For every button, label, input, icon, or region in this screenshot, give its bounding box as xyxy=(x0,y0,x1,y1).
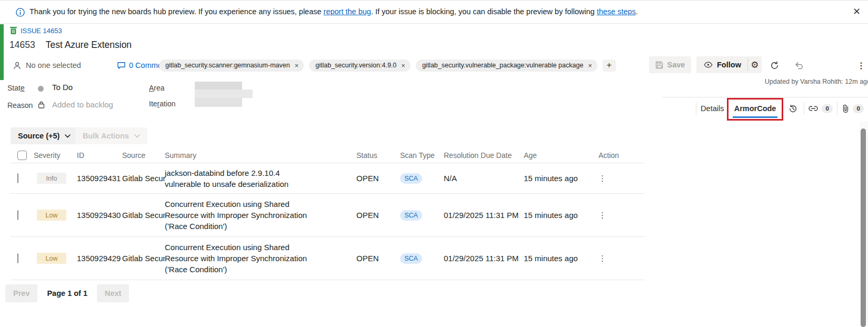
finding-source: Gitlab Security xyxy=(122,254,165,263)
iteration-field-label: Iteration xyxy=(149,100,176,108)
select-all-checkbox[interactable] xyxy=(17,151,27,160)
banner-text-3: . xyxy=(636,7,638,16)
row-checkbox[interactable] xyxy=(17,210,18,220)
more-actions-kebab-icon[interactable]: ⋮ xyxy=(854,58,868,72)
finding-status: OPEN xyxy=(356,174,400,183)
workitem-title-row: 14653 Test Azure Extension xyxy=(9,38,132,52)
col-id: ID xyxy=(77,151,122,160)
lock-icon xyxy=(38,101,45,108)
scan-type-badge: SCA xyxy=(400,210,422,221)
col-source: Source xyxy=(122,151,165,160)
page-indicator: Page 1 of 1 xyxy=(47,289,87,298)
area-value-redacted xyxy=(195,82,242,90)
finding-due-date: 01/29/2025 11:31 PM xyxy=(444,211,524,220)
severity-badge: Info xyxy=(37,173,66,184)
chevron-down-icon xyxy=(65,134,71,138)
tab-details[interactable]: Details xyxy=(696,97,729,120)
gear-icon[interactable]: ⚙ xyxy=(748,56,762,73)
preview-banner: Thank you for trying the new boards hub … xyxy=(0,0,868,24)
tab-armorcode[interactable]: ArmorCode xyxy=(729,97,782,120)
armorcode-workitem-screen: Thank you for trying the new boards hub … xyxy=(0,0,868,327)
table-row[interactable]: Low 1350929430 Gitlab Security Concurren… xyxy=(11,194,644,237)
follow-split-button: Follow ⚙ xyxy=(696,56,762,73)
finding-status: OPEN xyxy=(356,254,400,263)
reason-value: Added to backlog xyxy=(52,100,113,109)
row-checkbox[interactable] xyxy=(17,173,18,183)
scan-type-badge: SCA xyxy=(400,253,422,264)
severity-badge: Low xyxy=(37,210,66,221)
finding-id: 1350929430 xyxy=(77,211,122,220)
save-button[interactable]: Save xyxy=(649,56,691,73)
history-icon[interactable] xyxy=(782,97,804,120)
finding-id: 1350929431 xyxy=(77,174,122,183)
finding-summary: jackson-databind before 2.9.10.4 vulnera… xyxy=(165,167,315,190)
vulnerability-table: Severity ID Source Summary Status Scan T… xyxy=(11,148,644,280)
header-actions: Save Follow ⚙ ⋮ xyxy=(0,56,868,73)
updated-by-text: Updated by Varsha Rohith: 12m ago xyxy=(765,78,868,85)
state-todo-dot xyxy=(38,86,44,92)
state-field-label: State xyxy=(7,84,25,92)
severity-badge: Low xyxy=(37,253,66,264)
report-bug-link[interactable]: report the bug xyxy=(324,7,371,16)
col-due-date: Resolution Due Date xyxy=(444,151,524,160)
row-actions-kebab-icon[interactable]: ⋮ xyxy=(598,211,606,220)
source-filter-dropdown[interactable]: Source (+5) xyxy=(11,127,78,144)
col-severity: Severity xyxy=(33,151,77,160)
workitem-id: 14653 xyxy=(9,39,35,51)
iteration-value-redacted xyxy=(195,98,242,107)
finding-due-date: N/A xyxy=(444,174,524,183)
banner-close-icon[interactable]: ✕ xyxy=(853,6,861,17)
table-row[interactable]: Low 1350929429 Gitlab Security Concurren… xyxy=(11,237,644,280)
active-tab-underline xyxy=(733,116,778,118)
these-steps-link[interactable]: these steps xyxy=(597,7,636,16)
save-icon xyxy=(655,61,663,69)
finding-age: 15 minutes ago xyxy=(524,174,591,183)
workitem-tabbar: Details ArmorCode 0 0 xyxy=(662,97,868,120)
tab-armorcode-label: ArmorCode xyxy=(734,104,776,113)
finding-source: Gitlab Security xyxy=(122,211,165,220)
workitem-title[interactable]: Test Azure Extension xyxy=(46,39,132,51)
save-label: Save xyxy=(667,61,685,69)
link-icon xyxy=(809,105,818,112)
issue-type-icon xyxy=(9,26,17,35)
table-header-row: Severity ID Source Summary Status Scan T… xyxy=(11,148,644,163)
links-tab-button[interactable]: 0 xyxy=(804,97,837,120)
finding-status: OPEN xyxy=(356,211,400,220)
row-checkbox[interactable] xyxy=(17,253,18,263)
area-value-redacted xyxy=(195,90,253,98)
bulk-actions-dropdown[interactable]: Bulk Actions xyxy=(75,127,147,144)
links-count-badge: 0 xyxy=(822,104,833,113)
finding-age: 15 minutes ago xyxy=(524,211,591,220)
banner-message: Thank you for trying the new boards hub … xyxy=(29,7,638,16)
col-status: Status xyxy=(356,151,400,160)
prev-page-button[interactable]: Prev xyxy=(5,284,37,302)
col-action: Action xyxy=(591,151,644,160)
follow-label: Follow xyxy=(717,61,741,69)
scan-type-badge: SCA xyxy=(400,173,422,184)
attachments-tab-button[interactable]: 0 xyxy=(837,97,868,120)
row-actions-kebab-icon[interactable]: ⋮ xyxy=(598,174,606,183)
finding-age: 15 minutes ago xyxy=(524,254,591,263)
state-value[interactable]: To Do xyxy=(52,83,73,92)
info-icon xyxy=(16,8,25,17)
issue-breadcrumb: ISSUE 14653 xyxy=(9,26,62,35)
table-row[interactable]: Info 1350929431 Gitlab Security jackson-… xyxy=(11,163,644,194)
undo-icon[interactable] xyxy=(792,58,806,72)
paperclip-icon xyxy=(842,104,849,113)
col-age: Age xyxy=(524,151,591,160)
finding-summary: Concurrent Execution using Shared Resour… xyxy=(165,199,315,232)
source-filter-label: Source (+5) xyxy=(18,132,59,140)
col-scan-type: Scan Type xyxy=(400,151,444,160)
finding-source: Gitlab Security xyxy=(122,174,165,183)
banner-text-1: Thank you for trying the new boards hub … xyxy=(29,7,324,16)
issue-breadcrumb-link[interactable]: ISSUE 14653 xyxy=(21,27,62,35)
row-actions-kebab-icon[interactable]: ⋮ xyxy=(598,254,606,263)
refresh-icon[interactable] xyxy=(767,58,781,72)
bulk-actions-label: Bulk Actions xyxy=(83,132,129,140)
col-summary: Summary xyxy=(165,151,356,160)
attachments-count-badge: 0 xyxy=(853,104,864,113)
follow-button[interactable]: Follow xyxy=(696,56,747,73)
scrollbar-thumb[interactable] xyxy=(861,128,866,327)
next-page-button[interactable]: Next xyxy=(97,284,129,302)
finding-due-date: 01/29/2025 11:31 PM xyxy=(444,254,524,263)
